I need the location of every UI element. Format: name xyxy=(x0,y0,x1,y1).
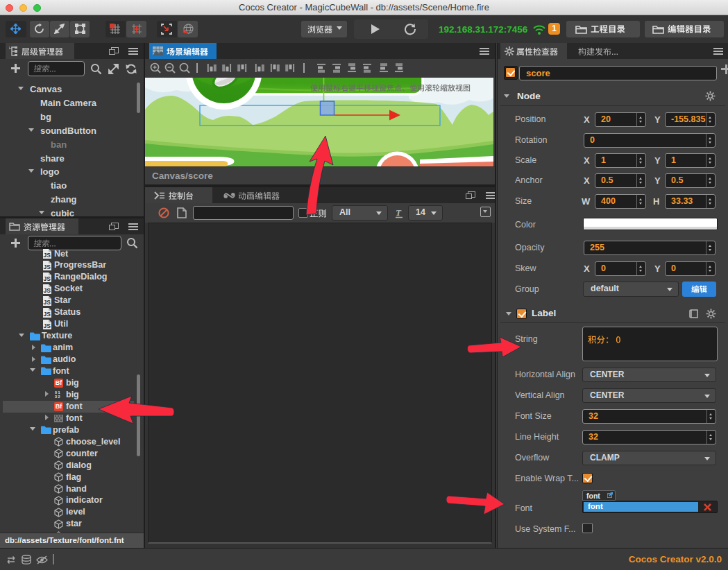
svg-text:JS: JS xyxy=(44,275,51,282)
svg-text:JS: JS xyxy=(44,299,51,306)
svg-text:JS: JS xyxy=(44,311,51,318)
svg-text:JS: JS xyxy=(44,287,51,294)
svg-text:T: T xyxy=(396,208,402,218)
svg-text:JS: JS xyxy=(44,252,51,259)
svg-text:JS: JS xyxy=(44,264,51,270)
svg-text:JS: JS xyxy=(44,322,51,329)
svg-text:3 2: 3 2 xyxy=(55,395,60,399)
